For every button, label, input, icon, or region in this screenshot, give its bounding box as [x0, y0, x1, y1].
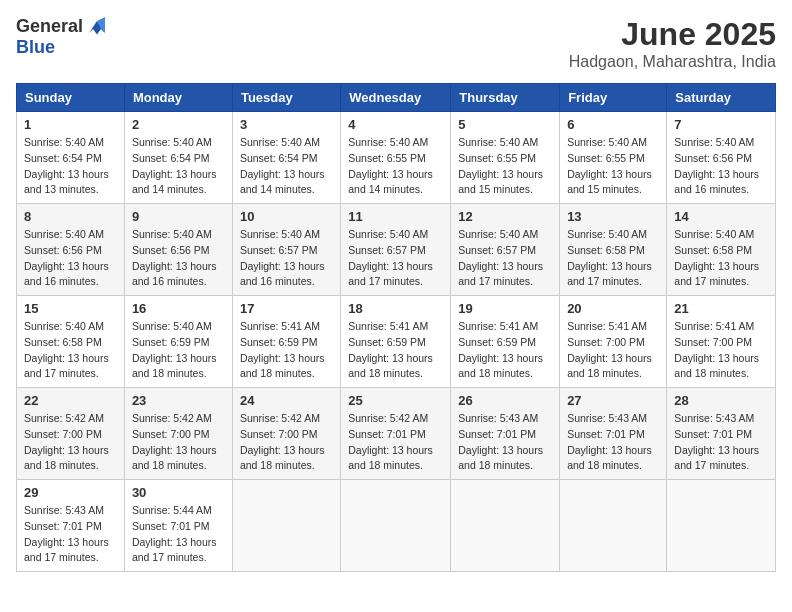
day-info: Sunrise: 5:40 AMSunset: 6:58 PMDaylight:… — [674, 227, 768, 290]
calendar-cell: 18Sunrise: 5:41 AMSunset: 6:59 PMDayligh… — [341, 296, 451, 388]
day-number: 4 — [348, 117, 443, 132]
calendar-cell: 13Sunrise: 5:40 AMSunset: 6:58 PMDayligh… — [560, 204, 667, 296]
calendar-cell: 9Sunrise: 5:40 AMSunset: 6:56 PMDaylight… — [124, 204, 232, 296]
day-number: 22 — [24, 393, 117, 408]
calendar-cell: 5Sunrise: 5:40 AMSunset: 6:55 PMDaylight… — [451, 112, 560, 204]
logo: General Blue — [16, 16, 109, 58]
calendar-cell: 8Sunrise: 5:40 AMSunset: 6:56 PMDaylight… — [17, 204, 125, 296]
month-year-title: June 2025 — [569, 16, 776, 53]
day-info: Sunrise: 5:41 AMSunset: 7:00 PMDaylight:… — [567, 319, 659, 382]
calendar-cell — [667, 480, 776, 572]
day-number: 1 — [24, 117, 117, 132]
day-number: 30 — [132, 485, 225, 500]
calendar-cell: 23Sunrise: 5:42 AMSunset: 7:00 PMDayligh… — [124, 388, 232, 480]
calendar-cell — [341, 480, 451, 572]
weekday-header-friday: Friday — [560, 84, 667, 112]
calendar-week-row: 8Sunrise: 5:40 AMSunset: 6:56 PMDaylight… — [17, 204, 776, 296]
day-number: 26 — [458, 393, 552, 408]
day-info: Sunrise: 5:41 AMSunset: 6:59 PMDaylight:… — [240, 319, 333, 382]
day-info: Sunrise: 5:40 AMSunset: 6:57 PMDaylight:… — [240, 227, 333, 290]
day-info: Sunrise: 5:40 AMSunset: 6:58 PMDaylight:… — [24, 319, 117, 382]
day-info: Sunrise: 5:40 AMSunset: 6:56 PMDaylight:… — [132, 227, 225, 290]
weekday-header-tuesday: Tuesday — [232, 84, 340, 112]
calendar-cell: 26Sunrise: 5:43 AMSunset: 7:01 PMDayligh… — [451, 388, 560, 480]
calendar-cell: 29Sunrise: 5:43 AMSunset: 7:01 PMDayligh… — [17, 480, 125, 572]
day-info: Sunrise: 5:40 AMSunset: 6:59 PMDaylight:… — [132, 319, 225, 382]
calendar-cell: 15Sunrise: 5:40 AMSunset: 6:58 PMDayligh… — [17, 296, 125, 388]
day-number: 17 — [240, 301, 333, 316]
calendar-cell: 21Sunrise: 5:41 AMSunset: 7:00 PMDayligh… — [667, 296, 776, 388]
calendar-cell: 6Sunrise: 5:40 AMSunset: 6:55 PMDaylight… — [560, 112, 667, 204]
day-info: Sunrise: 5:43 AMSunset: 7:01 PMDaylight:… — [567, 411, 659, 474]
day-number: 8 — [24, 209, 117, 224]
calendar-cell: 3Sunrise: 5:40 AMSunset: 6:54 PMDaylight… — [232, 112, 340, 204]
logo-general-text: General — [16, 16, 83, 37]
day-info: Sunrise: 5:40 AMSunset: 6:56 PMDaylight:… — [24, 227, 117, 290]
day-info: Sunrise: 5:40 AMSunset: 6:54 PMDaylight:… — [24, 135, 117, 198]
logo-bird-icon — [85, 17, 109, 37]
day-number: 15 — [24, 301, 117, 316]
day-info: Sunrise: 5:43 AMSunset: 7:01 PMDaylight:… — [458, 411, 552, 474]
day-info: Sunrise: 5:40 AMSunset: 6:58 PMDaylight:… — [567, 227, 659, 290]
day-number: 29 — [24, 485, 117, 500]
day-number: 24 — [240, 393, 333, 408]
day-info: Sunrise: 5:40 AMSunset: 6:54 PMDaylight:… — [132, 135, 225, 198]
title-area: June 2025 Hadgaon, Maharashtra, India — [569, 16, 776, 71]
day-info: Sunrise: 5:41 AMSunset: 6:59 PMDaylight:… — [458, 319, 552, 382]
day-info: Sunrise: 5:40 AMSunset: 6:57 PMDaylight:… — [458, 227, 552, 290]
calendar-week-row: 29Sunrise: 5:43 AMSunset: 7:01 PMDayligh… — [17, 480, 776, 572]
day-number: 27 — [567, 393, 659, 408]
day-number: 20 — [567, 301, 659, 316]
day-number: 6 — [567, 117, 659, 132]
day-number: 21 — [674, 301, 768, 316]
weekday-header-saturday: Saturday — [667, 84, 776, 112]
day-number: 13 — [567, 209, 659, 224]
day-number: 9 — [132, 209, 225, 224]
calendar-cell: 20Sunrise: 5:41 AMSunset: 7:00 PMDayligh… — [560, 296, 667, 388]
calendar-week-row: 22Sunrise: 5:42 AMSunset: 7:00 PMDayligh… — [17, 388, 776, 480]
day-number: 10 — [240, 209, 333, 224]
calendar-cell: 27Sunrise: 5:43 AMSunset: 7:01 PMDayligh… — [560, 388, 667, 480]
weekday-header-monday: Monday — [124, 84, 232, 112]
calendar-cell: 10Sunrise: 5:40 AMSunset: 6:57 PMDayligh… — [232, 204, 340, 296]
day-number: 2 — [132, 117, 225, 132]
calendar-week-row: 15Sunrise: 5:40 AMSunset: 6:58 PMDayligh… — [17, 296, 776, 388]
day-number: 12 — [458, 209, 552, 224]
day-info: Sunrise: 5:40 AMSunset: 6:54 PMDaylight:… — [240, 135, 333, 198]
calendar-week-row: 1Sunrise: 5:40 AMSunset: 6:54 PMDaylight… — [17, 112, 776, 204]
calendar-cell: 17Sunrise: 5:41 AMSunset: 6:59 PMDayligh… — [232, 296, 340, 388]
day-number: 19 — [458, 301, 552, 316]
day-number: 23 — [132, 393, 225, 408]
day-info: Sunrise: 5:43 AMSunset: 7:01 PMDaylight:… — [24, 503, 117, 566]
day-info: Sunrise: 5:40 AMSunset: 6:55 PMDaylight:… — [348, 135, 443, 198]
calendar-table: SundayMondayTuesdayWednesdayThursdayFrid… — [16, 83, 776, 572]
calendar-cell: 14Sunrise: 5:40 AMSunset: 6:58 PMDayligh… — [667, 204, 776, 296]
calendar-cell: 30Sunrise: 5:44 AMSunset: 7:01 PMDayligh… — [124, 480, 232, 572]
calendar-cell: 2Sunrise: 5:40 AMSunset: 6:54 PMDaylight… — [124, 112, 232, 204]
day-info: Sunrise: 5:41 AMSunset: 7:00 PMDaylight:… — [674, 319, 768, 382]
day-info: Sunrise: 5:42 AMSunset: 7:00 PMDaylight:… — [24, 411, 117, 474]
day-number: 14 — [674, 209, 768, 224]
day-number: 11 — [348, 209, 443, 224]
logo-blue-text: Blue — [16, 37, 55, 58]
calendar-cell: 25Sunrise: 5:42 AMSunset: 7:01 PMDayligh… — [341, 388, 451, 480]
day-info: Sunrise: 5:43 AMSunset: 7:01 PMDaylight:… — [674, 411, 768, 474]
calendar-cell: 1Sunrise: 5:40 AMSunset: 6:54 PMDaylight… — [17, 112, 125, 204]
calendar-cell: 7Sunrise: 5:40 AMSunset: 6:56 PMDaylight… — [667, 112, 776, 204]
day-info: Sunrise: 5:40 AMSunset: 6:55 PMDaylight:… — [458, 135, 552, 198]
header: General Blue June 2025 Hadgaon, Maharash… — [16, 16, 776, 71]
day-number: 3 — [240, 117, 333, 132]
calendar-cell: 22Sunrise: 5:42 AMSunset: 7:00 PMDayligh… — [17, 388, 125, 480]
day-number: 5 — [458, 117, 552, 132]
calendar-cell — [232, 480, 340, 572]
day-number: 18 — [348, 301, 443, 316]
day-info: Sunrise: 5:41 AMSunset: 6:59 PMDaylight:… — [348, 319, 443, 382]
calendar-cell — [451, 480, 560, 572]
weekday-header-wednesday: Wednesday — [341, 84, 451, 112]
day-number: 16 — [132, 301, 225, 316]
calendar-cell: 11Sunrise: 5:40 AMSunset: 6:57 PMDayligh… — [341, 204, 451, 296]
day-info: Sunrise: 5:40 AMSunset: 6:56 PMDaylight:… — [674, 135, 768, 198]
calendar-cell: 19Sunrise: 5:41 AMSunset: 6:59 PMDayligh… — [451, 296, 560, 388]
calendar-cell: 4Sunrise: 5:40 AMSunset: 6:55 PMDaylight… — [341, 112, 451, 204]
calendar-cell: 12Sunrise: 5:40 AMSunset: 6:57 PMDayligh… — [451, 204, 560, 296]
